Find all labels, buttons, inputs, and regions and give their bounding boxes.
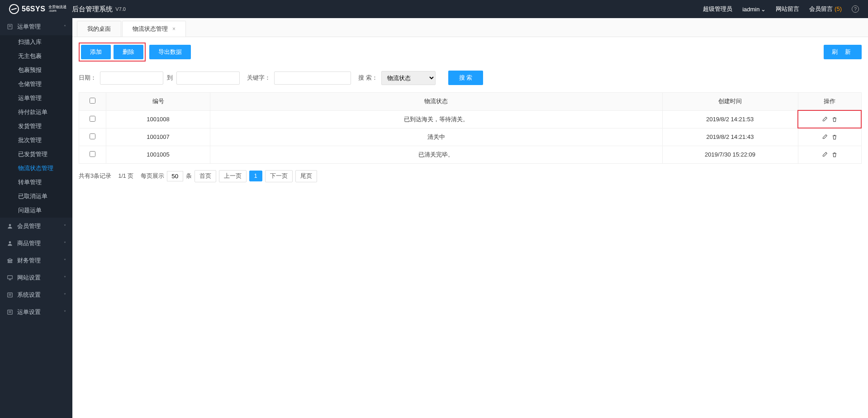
per-page-unit: 条 bbox=[186, 172, 192, 180]
msg-count: (5) bbox=[835, 5, 842, 12]
first-page-button[interactable]: 首页 bbox=[194, 170, 216, 182]
row-check-cell bbox=[79, 146, 106, 163]
row-time-cell: 2019/8/2 14:21:53 bbox=[662, 110, 798, 128]
member-msg-link[interactable]: 会员留言 (5) bbox=[809, 5, 842, 13]
sidebar-group-3[interactable]: 财务管理˅ bbox=[0, 252, 72, 269]
col-id-header: 编号 bbox=[106, 93, 210, 111]
sidebar-group-label: 财务管理 bbox=[17, 256, 41, 265]
sidebar-item-8[interactable]: 已发货管理 bbox=[0, 147, 72, 162]
svg-rect-7 bbox=[11, 260, 12, 262]
row-time-cell: 2019/8/2 14:21:43 bbox=[662, 128, 798, 146]
help-icon[interactable]: ? bbox=[852, 5, 859, 13]
row-status-cell: 已到达海关，等待清关。 bbox=[210, 110, 663, 128]
sidebar-item-9[interactable]: 物流状态管理 bbox=[0, 162, 72, 176]
date-from-input[interactable] bbox=[100, 71, 163, 85]
refresh-button[interactable]: 刷 新 bbox=[824, 45, 862, 59]
sidebar-group-1[interactable]: 会员管理˅ bbox=[0, 218, 72, 235]
sidebar-group-label: 运单设置 bbox=[17, 308, 41, 316]
toolbar: 添加 删除 导出数据 刷 新 bbox=[72, 37, 868, 67]
sidebar-item-1[interactable]: 无主包裹 bbox=[0, 49, 72, 63]
app-title: 后台管理系统 bbox=[72, 5, 113, 14]
per-page-input[interactable] bbox=[167, 171, 183, 181]
chevron-down-icon: ˅ bbox=[64, 310, 66, 315]
row-id-cell: 1001007 bbox=[106, 128, 210, 146]
delete-icon[interactable] bbox=[831, 116, 838, 123]
row-status-cell: 已清关完毕。 bbox=[210, 146, 663, 163]
role-label: 超级管理员 bbox=[703, 5, 732, 13]
next-page-button[interactable]: 下一页 bbox=[265, 170, 293, 182]
svg-rect-9 bbox=[8, 276, 13, 279]
highlighted-button-group: 添加 删除 bbox=[79, 43, 146, 62]
chevron-down-icon: ˅ bbox=[64, 224, 66, 229]
table-wrap: 编号 物流状态 创建时间 操作 1001008已到达海关，等待清关。2019/8… bbox=[72, 92, 868, 164]
keyword-input[interactable] bbox=[274, 71, 351, 85]
sidebar-item-10[interactable]: 转单管理 bbox=[0, 176, 72, 190]
sidebar-group-label: 网站设置 bbox=[17, 274, 41, 282]
date-to-input[interactable] bbox=[176, 71, 240, 85]
sidebar-item-0[interactable]: 扫描入库 bbox=[0, 35, 72, 49]
delete-icon[interactable] bbox=[831, 134, 838, 140]
sidebar-item-5[interactable]: 待付款运单 bbox=[0, 105, 72, 119]
add-button[interactable]: 添加 bbox=[81, 45, 111, 59]
sidebar-item-4[interactable]: 运单管理 bbox=[0, 91, 72, 105]
row-check-cell bbox=[79, 128, 106, 146]
site-msg-link[interactable]: 网站留言 bbox=[776, 5, 799, 13]
sidebar-item-11[interactable]: 已取消运单 bbox=[0, 190, 72, 204]
table-row: 1001008已到达海关，等待清关。2019/8/2 14:21:53 bbox=[79, 110, 862, 128]
chevron-down-icon bbox=[759, 6, 766, 13]
sidebar-item-3[interactable]: 仓储管理 bbox=[0, 77, 72, 91]
header-right: 超级管理员 iadmin 网站留言 会员留言 (5) ? bbox=[703, 5, 859, 13]
submenu: 扫描入库无主包裹包裹预报仓储管理运单管理待付款运单发货管理批次管理已发货管理物流… bbox=[0, 35, 72, 218]
tab-0[interactable]: 我的桌面 bbox=[77, 21, 121, 37]
sidebar-item-12[interactable]: 问题运单 bbox=[0, 204, 72, 218]
sidebar-group-2[interactable]: 商品管理˅ bbox=[0, 235, 72, 252]
data-table: 编号 物流状态 创建时间 操作 1001008已到达海关，等待清关。2019/8… bbox=[79, 92, 862, 164]
edit-icon[interactable] bbox=[821, 134, 828, 140]
row-op-cell bbox=[798, 128, 861, 146]
row-checkbox[interactable] bbox=[90, 151, 95, 157]
row-status-cell: 清关中 bbox=[210, 128, 663, 146]
tab-label: 我的桌面 bbox=[87, 25, 111, 32]
user-icon bbox=[6, 223, 14, 229]
sidebar-item-6[interactable]: 发货管理 bbox=[0, 119, 72, 133]
prev-page-button[interactable]: 上一页 bbox=[219, 170, 247, 182]
edit-icon[interactable] bbox=[821, 152, 828, 158]
close-icon[interactable]: × bbox=[172, 26, 175, 32]
per-page-label: 每页展示 bbox=[141, 172, 164, 180]
last-page-button[interactable]: 尾页 bbox=[295, 170, 317, 182]
export-button[interactable]: 导出数据 bbox=[149, 45, 191, 59]
edit-icon[interactable] bbox=[821, 116, 828, 123]
row-check-cell bbox=[79, 110, 106, 128]
sidebar-group-4[interactable]: 网站设置˅ bbox=[0, 269, 72, 286]
select-all-checkbox[interactable] bbox=[90, 98, 95, 104]
bank-icon bbox=[6, 257, 14, 264]
row-id-cell: 1001008 bbox=[106, 110, 210, 128]
sidebar-group-0[interactable]: 运单管理˄ bbox=[0, 18, 72, 35]
sidebar: 运单管理˄扫描入库无主包裹包裹预报仓储管理运单管理待付款运单发货管理批次管理已发… bbox=[0, 18, 72, 418]
logo-text: 56SYS bbox=[22, 5, 45, 13]
col-time-header: 创建时间 bbox=[662, 93, 798, 111]
sidebar-item-2[interactable]: 包裹预报 bbox=[0, 63, 72, 77]
sidebar-group-6[interactable]: 运单设置˅ bbox=[0, 304, 72, 321]
user-menu[interactable]: iadmin bbox=[742, 6, 766, 13]
app-version: V7.0 bbox=[115, 6, 126, 12]
svg-rect-5 bbox=[8, 260, 9, 262]
row-checkbox[interactable] bbox=[90, 116, 95, 122]
search-button[interactable]: 搜 索 bbox=[448, 71, 484, 85]
sidebar-group-5[interactable]: 系统设置˅ bbox=[0, 286, 72, 304]
monitor-icon bbox=[6, 275, 14, 281]
row-checkbox[interactable] bbox=[90, 133, 95, 139]
tab-1[interactable]: 物流状态管理× bbox=[122, 21, 186, 37]
delete-button[interactable]: 删除 bbox=[114, 45, 143, 59]
sidebar-item-7[interactable]: 批次管理 bbox=[0, 133, 72, 147]
delete-icon[interactable] bbox=[831, 152, 838, 158]
search-type-select[interactable]: 物流状态 bbox=[381, 71, 436, 85]
row-id-cell: 1001005 bbox=[106, 146, 210, 163]
col-check-header bbox=[79, 93, 106, 111]
filter-bar: 日期： 到 关键字： 搜 索： 物流状态 搜 索 bbox=[72, 67, 868, 92]
list-icon bbox=[6, 309, 14, 315]
current-page-button[interactable]: 1 bbox=[249, 171, 262, 181]
to-label: 到 bbox=[167, 74, 173, 82]
table-row: 1001007清关中2019/8/2 14:21:43 bbox=[79, 128, 862, 146]
tab-label: 物流状态管理 bbox=[133, 25, 168, 32]
